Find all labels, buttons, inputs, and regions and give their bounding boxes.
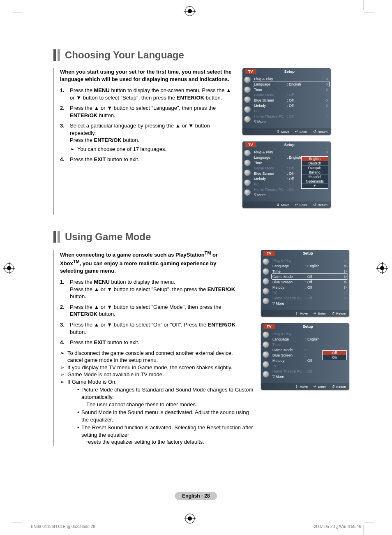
step-number: 1. (60, 278, 70, 300)
step-list: 1.Press the MENU button to display the m… (60, 278, 237, 346)
osd-tv-tab: TV (245, 69, 256, 74)
note-arrow-icon: ➢ (60, 364, 67, 371)
chevron-down-icon: ▽ (272, 375, 275, 378)
osd-menu-row: PC▷ (272, 290, 348, 295)
chevron-right-icon: ▷ (325, 109, 328, 113)
osd-menu-row: PC (272, 363, 348, 368)
osd-screenshot-gamemode: TV Setup Plug & Play▷Language: English▷T… (261, 250, 349, 317)
osd-menu-row: Language: English (272, 336, 348, 342)
step-text: Press the ▲ or ▼ button to select "On" o… (70, 321, 237, 336)
note-text: If you display the TV menu in Game mode,… (67, 364, 232, 371)
step-text: Press the MENU button to display the men… (70, 278, 237, 300)
note-text: To disconnect the game console and conne… (67, 350, 237, 364)
move-arrows-icon: ⇕ (277, 130, 280, 134)
chevron-right-icon: ▷ (325, 150, 328, 154)
chevron-right-icon: ▷ (325, 98, 328, 102)
chevron-right-icon: ▷ (325, 88, 328, 91)
footer-file: BN68-01186H-01Eng-0523.indd 28 (31, 524, 95, 529)
osd-menu-row: Home Theatre PC: Off▷ (253, 113, 329, 119)
return-icon: ↺ (313, 130, 316, 134)
crop-mark (364, 525, 364, 535)
chevron-right-icon: ▷ (344, 291, 347, 294)
chevron-right-icon: ▷ (344, 280, 347, 284)
game-option: Off (323, 351, 346, 355)
language-popup: EnglishDeutschFrançaisItalianoEspañolNed… (301, 156, 328, 189)
osd-menu-row: Plug & Play▷ (253, 76, 329, 81)
osd-menu-row: Blue Screen: Off▷ (272, 279, 348, 285)
osd-menu-row: Melody: Off▷ (272, 285, 348, 290)
enter-icon: ↵ (295, 130, 298, 134)
chevron-right-icon: ▷ (325, 77, 328, 81)
note-arrow-icon: ➢ (60, 350, 67, 364)
osd-menu-row: Game Mode: Off▷ (272, 274, 348, 279)
side-rule (53, 68, 54, 215)
crop-mark (12, 12, 22, 12)
note-text: Game Mode is not available in TV mode. (67, 371, 164, 378)
chevron-right-icon: ▷ (344, 259, 347, 262)
osd-menu-row: Plug & Play (272, 331, 348, 336)
game-option: On (323, 355, 346, 360)
chevron-right-icon: ▷ (344, 264, 347, 268)
language-option: Deutsch (302, 161, 328, 166)
step-text: Press the ▲ or ▼ button to select "Langu… (70, 104, 237, 119)
language-option: English (302, 157, 328, 161)
language-option: Français (302, 166, 328, 170)
intro-text: When connecting to a game console such a… (60, 250, 237, 274)
osd-menu-row: Language: English▷ (253, 81, 329, 87)
step-number: 3. (60, 122, 70, 153)
language-option: Italiano (302, 170, 328, 175)
chevron-right-icon: ▷ (325, 93, 328, 97)
chevron-right-icon: ▷ (325, 104, 328, 107)
bullet-icon: • (76, 409, 81, 423)
note-arrow-icon: ➢ (60, 371, 67, 378)
chevron-down-icon: ▽ (254, 193, 256, 197)
chevron-right-icon: ▷ (344, 275, 347, 278)
step-number: 2. (60, 104, 70, 119)
note-arrow-icon: ➢ (60, 378, 67, 386)
section-title: Choosing Your Language (65, 49, 184, 61)
bullet-text: Sound Mode in the Sound menu is deactiva… (81, 409, 255, 423)
crop-mark (22, 525, 22, 535)
crop-mark (12, 523, 22, 523)
osd-menu-row: Time▷ (272, 269, 348, 274)
note-list: ➢To disconnect the game console and conn… (60, 350, 237, 386)
chevron-down-icon: ▼ (302, 184, 328, 188)
osd-title: Setup (256, 69, 331, 74)
step-number: 4. (60, 339, 70, 346)
option-popup: OffOn (322, 350, 347, 360)
osd-footer: ⇕Move ↵Enter ↺Return (242, 128, 331, 135)
chevron-down-icon: ▽ (272, 301, 275, 305)
osd-menu-row: Time▷ (253, 87, 329, 92)
intro-text: When you start using your set for the fi… (60, 68, 237, 83)
osd-menu-row: Language: English▷ (272, 263, 348, 269)
registration-mark-icon (185, 6, 195, 16)
osd-menu-row: Home Theatre PC: Off (272, 368, 348, 374)
crop-mark (364, 0, 364, 10)
chevron-right-icon: ▷ (325, 114, 328, 118)
note-arrow-icon: ➢ (70, 146, 77, 153)
step-text: Press the EXIT button to exit. (70, 156, 237, 163)
chevron-right-icon: ▷ (325, 82, 328, 86)
osd-menu-row: Melody: Off▷ (253, 103, 329, 108)
section-heading: Using Game Mode (53, 231, 349, 243)
osd-screenshot-language-select: TV Setup Plug & Play▷Language: English▷T… (242, 141, 331, 208)
language-option: Nederlands (302, 179, 328, 184)
osd-menu-row: Plug & Play▷ (272, 258, 348, 263)
chevron-right-icon: ▷ (344, 269, 347, 273)
language-option: Español (302, 175, 328, 179)
crop-mark (22, 0, 22, 10)
step-number: 1. (60, 87, 70, 101)
step-number: 3. (60, 321, 70, 336)
section-heading: Choosing Your Language (53, 49, 349, 61)
step-number: 2. (60, 303, 70, 318)
osd-menu-row: Home Theatre PC: Off▷ (272, 295, 348, 301)
osd-menu-row: PC▷ (253, 108, 329, 113)
registration-mark-icon (4, 263, 14, 273)
registration-mark-icon (185, 514, 195, 523)
osd-screenshot-gamemode-select: TV Setup Plug & PlayLanguage: EnglishTim… (261, 323, 349, 390)
bullet-icon: • (76, 386, 81, 408)
note-text: If Game Mode is On: (67, 378, 117, 386)
step-number: 4. (60, 156, 70, 163)
footer-date: 2007-05-23 ¿ÀÀü 8:55:46 (314, 524, 361, 529)
bullet-text: Picture Mode changes to Standard and Sou… (81, 386, 255, 408)
